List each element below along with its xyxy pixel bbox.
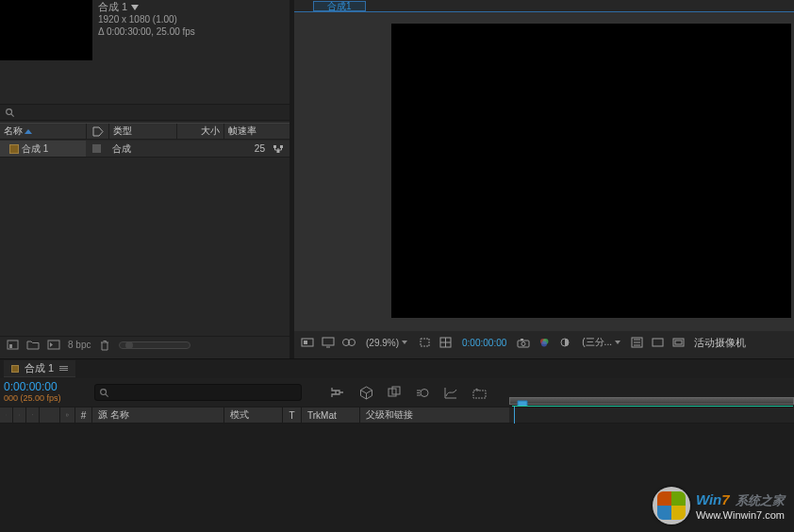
watermark-title: Win7 系统之家: [696, 491, 785, 509]
svg-rect-6: [9, 344, 12, 348]
zoom-dropdown[interactable]: (29.9%): [362, 338, 411, 348]
col-fps[interactable]: 帧速率: [224, 124, 272, 139]
project-search-row: [0, 104, 289, 121]
col-type[interactable]: 类型: [109, 124, 177, 139]
cell-label[interactable]: [86, 141, 108, 157]
composition-panel: 合成1: [294, 0, 794, 353]
camera-dropdown[interactable]: 活动摄像机: [694, 336, 746, 350]
shy-icon[interactable]: [471, 385, 487, 400]
viewer-tab[interactable]: 合成1: [313, 1, 366, 11]
mask-icon[interactable]: [341, 335, 356, 350]
comp-resolution: 1920 x 1080 (1.00): [98, 14, 177, 25]
svg-rect-26: [675, 341, 682, 344]
project-panel-top: 合成 1 1920 x 1080 (1.00) Δ 0:00:30:00, 25…: [0, 0, 289, 60]
watermark-url: Www.Winwin7.com: [696, 509, 785, 521]
channel-icon[interactable]: [537, 335, 552, 350]
comp-name: 合成 1: [98, 0, 127, 14]
svg-rect-3: [280, 145, 283, 148]
fast-preview-icon[interactable]: [630, 335, 645, 350]
comp-icon: [9, 144, 19, 154]
transparency-grid-icon[interactable]: [438, 335, 453, 350]
svg-rect-14: [421, 339, 429, 346]
project-zoom-slider[interactable]: [119, 341, 190, 349]
svg-rect-2: [273, 145, 276, 148]
always-preview-icon[interactable]: [300, 335, 315, 350]
col-label-icon[interactable]: [87, 124, 109, 139]
search-icon: [99, 388, 109, 398]
roi-icon[interactable]: [417, 335, 432, 350]
draft3d-icon[interactable]: [358, 385, 373, 400]
monitor-icon[interactable]: [321, 335, 336, 350]
panel-menu-icon[interactable]: [59, 366, 68, 371]
timeline-tab[interactable]: 合成 1: [4, 360, 75, 377]
timeline-search-input[interactable]: [109, 387, 297, 399]
col-index[interactable]: #: [75, 407, 92, 423]
svg-rect-32: [473, 391, 486, 398]
timeline-search-box: [94, 384, 302, 401]
timeline-tab-label: 合成 1: [25, 361, 54, 375]
timeline-column-header: # 源 名称 模式 T TrkMat 父级和链接: [0, 407, 509, 424]
time-navigator[interactable]: [509, 397, 794, 405]
col-t[interactable]: T: [283, 407, 302, 423]
svg-rect-10: [323, 338, 334, 345]
svg-rect-24: [653, 339, 663, 346]
svg-rect-18: [521, 339, 523, 341]
windows-logo-icon: [653, 487, 690, 524]
graph-editor-icon[interactable]: [443, 385, 458, 400]
frame-blend-icon[interactable]: [387, 385, 402, 400]
exposure-icon[interactable]: [557, 335, 572, 350]
new-folder-icon[interactable]: [26, 339, 40, 352]
project-search-input[interactable]: [16, 107, 289, 119]
dropdown-icon: [131, 5, 139, 10]
project-bit-depth[interactable]: 8 bpc: [68, 340, 91, 350]
grid-icon[interactable]: [671, 335, 686, 350]
motion-blur-icon[interactable]: [415, 385, 430, 400]
comp-mini-flow-icon[interactable]: [330, 385, 345, 400]
svg-point-31: [421, 389, 428, 396]
svg-line-28: [106, 393, 108, 396]
col-mode[interactable]: 模式: [224, 407, 283, 423]
col-trkmat[interactable]: TrkMat: [302, 407, 360, 423]
svg-line-1: [10, 113, 13, 116]
col-solo-lock-icon[interactable]: [26, 407, 40, 423]
interpret-footage-icon[interactable]: [6, 339, 19, 352]
project-item-row[interactable]: 合成 1 合成 25: [0, 141, 289, 158]
svg-rect-9: [304, 341, 307, 344]
timeline-fps: 000 (25.00 fps): [4, 393, 91, 403]
cell-name: 合成 1: [0, 141, 86, 157]
chevron-down-icon: [402, 341, 407, 344]
svg-rect-35: [32, 415, 33, 416]
trash-icon[interactable]: [98, 339, 111, 352]
col-parent[interactable]: 父级和链接: [360, 407, 473, 423]
col-name[interactable]: 名称: [0, 124, 87, 139]
cell-fps: 25: [223, 141, 269, 157]
col-label-icon[interactable]: [60, 407, 75, 423]
viewer-time[interactable]: 0:00:00:00: [458, 338, 510, 348]
cell-type: 合成: [108, 141, 175, 157]
resolution-dropdown[interactable]: (三分...: [578, 336, 624, 349]
col-size[interactable]: 大小: [177, 124, 224, 139]
watermark: Win7 系统之家 Www.Winwin7.com: [653, 487, 785, 524]
timeline-current-time[interactable]: 0:00:00:00: [4, 380, 91, 393]
svg-rect-5: [8, 341, 18, 349]
viewer-footer: (29.9%) 0:00:00:00 (三分...: [294, 333, 794, 352]
col-source[interactable]: 源 名称: [92, 407, 224, 423]
project-footer: 8 bpc: [0, 336, 289, 353]
guide-icon[interactable]: [651, 335, 666, 350]
composition-view[interactable]: [391, 24, 791, 318]
timeline-track-area[interactable]: [509, 407, 794, 424]
cell-size: [175, 141, 222, 157]
col-av-icons[interactable]: [0, 407, 13, 423]
new-comp-icon[interactable]: [47, 339, 60, 352]
cell-flow[interactable]: [269, 141, 289, 157]
snapshot-icon[interactable]: [516, 335, 531, 350]
comp-duration: Δ 0:00:30:00, 25.00 fps: [98, 26, 195, 37]
comp-name-row[interactable]: 合成 1: [98, 0, 139, 14]
comp-thumbnail[interactable]: [0, 0, 92, 60]
svg-point-0: [6, 108, 11, 114]
svg-point-27: [101, 389, 107, 394]
col-audio-icon[interactable]: [13, 407, 26, 423]
svg-point-21: [541, 341, 547, 347]
chevron-down-icon: [615, 341, 620, 344]
viewer-area[interactable]: [294, 12, 794, 331]
